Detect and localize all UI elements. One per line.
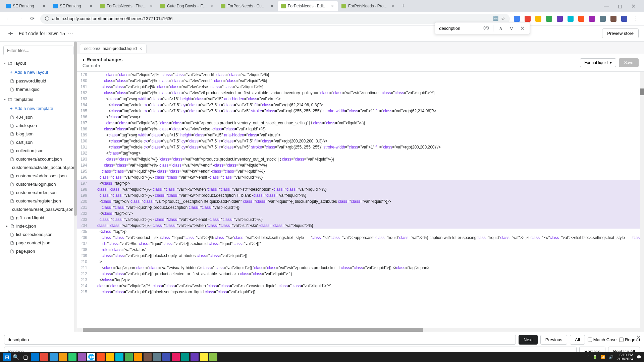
format-liquid-button[interactable]: Format liquid ▾	[580, 58, 616, 67]
code-line[interactable]: 186 </class="tag">svg>	[77, 114, 644, 120]
start-button[interactable]: ⊞	[3, 353, 11, 361]
taskbar-app[interactable]	[134, 353, 142, 361]
taskbar-app[interactable]	[59, 353, 67, 361]
code-line[interactable]: 200 <class="tag">div class="class="val">…	[77, 198, 644, 204]
tab-close-button[interactable]: ×	[330, 4, 335, 8]
taskbar-app[interactable]	[31, 353, 39, 361]
browser-tab[interactable]: SE Ranking×	[3, 1, 50, 11]
tab-close-button[interactable]: ×	[42, 4, 46, 8]
taskbar-app[interactable]	[68, 353, 76, 361]
code-line[interactable]: 192 </class="tag">svg>	[77, 150, 644, 156]
file-item[interactable]: customers/activate_account.json	[0, 163, 77, 172]
file-item[interactable]: 404.json	[0, 113, 77, 121]
translate-icon[interactable]: 🔤	[493, 16, 498, 21]
code-line[interactable]: 212 class="class="val">liquid">{{- produ…	[77, 271, 644, 277]
system-tray[interactable]: ^ 🔋 📶 🔊 6:19 PM 7/18/2024 💬	[588, 353, 641, 361]
bookmark-icon[interactable]: ☆	[501, 16, 505, 21]
wifi-icon[interactable]: 📶	[601, 355, 605, 359]
taskbar-app[interactable]	[153, 353, 161, 361]
extension-icon[interactable]	[589, 16, 595, 22]
tab-close-button[interactable]: ×	[270, 4, 274, 8]
code-line[interactable]: 183 <class="tag">svg width="class="val">…	[77, 96, 644, 102]
code-line[interactable]: 194 class="class="val">liquid">{%- class…	[77, 162, 644, 168]
file-item[interactable]: password.liquid	[0, 77, 77, 85]
find-close-button[interactable]: ✕	[519, 25, 526, 32]
more-actions-button[interactable]: ⋯	[68, 30, 74, 37]
code-line[interactable]: 189 <class="tag">svg width="class="val">…	[77, 132, 644, 138]
extension-icon[interactable]	[578, 16, 584, 22]
add-template-button[interactable]: + Add a new template	[0, 104, 77, 113]
extension-icon[interactable]	[568, 16, 574, 22]
site-info-icon[interactable]: ⓘ	[45, 16, 49, 22]
file-item[interactable]: customers/addresses.json	[0, 172, 77, 180]
code-line[interactable]: 206 class="class="val">product__skuclass…	[77, 235, 644, 241]
code-line[interactable]: 185 <class="tag">circle cx="class="val">…	[77, 108, 644, 114]
sidebar-scrollbar[interactable]	[74, 42, 77, 332]
taskbar-app[interactable]	[191, 353, 199, 361]
taskbar-app[interactable]	[181, 353, 189, 361]
code-line[interactable]: 211 <class="tag">span class="class="val"…	[77, 265, 644, 271]
code-line[interactable]: 196 class="class="val">liquid">{%- class…	[77, 174, 644, 180]
file-item[interactable]: article.json	[0, 121, 77, 130]
search-all-button[interactable]: All	[570, 335, 585, 345]
taskbar-app[interactable]	[97, 353, 105, 361]
version-dropdown[interactable]: Current ▾	[83, 63, 122, 68]
file-item[interactable]: list-collections.json	[0, 230, 77, 239]
code-line[interactable]: 201 class="class="val">liquid">{{ produc…	[77, 204, 644, 210]
tab-close-button[interactable]: ×	[209, 4, 214, 8]
search-previous-button[interactable]: Previous	[540, 335, 568, 345]
search-next-button[interactable]: Next	[519, 335, 538, 345]
extension-icon[interactable]	[535, 16, 541, 22]
code-line[interactable]: 203 class="class="val">liquid">{%- class…	[77, 217, 644, 223]
notifications-button[interactable]: 💬	[637, 355, 641, 359]
tab-close-button[interactable]: ×	[89, 4, 93, 8]
minimize-button[interactable]: —	[602, 2, 610, 10]
extension-icon[interactable]	[610, 16, 616, 22]
code-line[interactable]: 184 <class="tag">circle cx="class="val">…	[77, 102, 644, 108]
code-line[interactable]: 182 class="class="val">liquid">{%- class…	[77, 90, 644, 96]
code-line[interactable]: 195 class="class="val">liquid">{%- class…	[77, 168, 644, 174]
file-item[interactable]: customers/order.json	[0, 188, 77, 197]
code-line[interactable]: 209 class="class="val">liquid">{{ block.…	[77, 253, 644, 259]
code-line[interactable]: 215 class="class="val">liquid">{{ block.…	[77, 289, 644, 295]
code-line[interactable]: 210 >	[77, 259, 644, 265]
volume-icon[interactable]: 🔊	[609, 355, 613, 359]
task-view-button[interactable]: ▢	[21, 353, 30, 361]
code-line[interactable]: 205 <class="tag">p	[77, 229, 644, 235]
code-line[interactable]: 197 </class="tag">p>	[77, 180, 644, 186]
taskbar-app[interactable]	[125, 353, 133, 361]
extension-icon[interactable]	[546, 16, 552, 22]
taskbar-app[interactable]	[172, 353, 180, 361]
browser-tab[interactable]: Cute Dog Bowls – ForPetsNee×	[157, 1, 217, 11]
file-item[interactable]: customers/register.json	[0, 197, 77, 205]
code-line[interactable]: 214 class="class="val">liquid">{%- class…	[77, 283, 644, 289]
match-case-checkbox[interactable]: Match Case	[588, 337, 616, 342]
editor-horizontal-scrollbar[interactable]	[77, 328, 644, 332]
filter-files-input[interactable]	[3, 46, 73, 55]
reload-button[interactable]: ⟳	[28, 15, 36, 23]
extension-icon[interactable]	[514, 16, 520, 22]
file-item[interactable]: blog.json	[0, 130, 77, 138]
extension-icon[interactable]	[621, 16, 627, 22]
browser-tab[interactable]: ForPetsNeeds · Edit · Dawn 15×	[278, 1, 338, 11]
code-line[interactable]: 190 <class="tag">circle cx="class="val">…	[77, 138, 644, 144]
taskbar-app[interactable]	[78, 353, 86, 361]
extension-icon[interactable]	[525, 16, 531, 22]
taskbar-app[interactable]	[200, 353, 208, 361]
file-item[interactable]: customers/account.json	[0, 155, 77, 163]
extension-icon[interactable]	[600, 16, 606, 22]
code-line[interactable]: 198 class="class="val">liquid">{%- class…	[77, 186, 644, 192]
file-item[interactable]: cart.json	[0, 138, 77, 146]
save-button[interactable]: Save	[619, 58, 639, 67]
code-line[interactable]: 204 class="class="val">liquid">{%- class…	[77, 223, 644, 229]
code-line[interactable]: 213 </class="tag">p>	[77, 277, 644, 283]
file-item[interactable]: page.json	[0, 247, 77, 255]
browser-tab[interactable]: ForPetsNeeds · Products · Cute×	[338, 1, 398, 11]
browser-tab[interactable]: ForPetsNeeds · Customize Daw×	[217, 1, 278, 11]
file-item[interactable]: page.contact.json	[0, 239, 77, 247]
file-item[interactable]: collection.json	[0, 146, 77, 155]
code-editor[interactable]: 179 class="class="val">liquid">{%- class…	[77, 72, 644, 328]
code-line[interactable]: 180 class="class="val">liquid">{%- class…	[77, 78, 644, 84]
forward-button[interactable]: →	[16, 15, 24, 23]
add-layout-button[interactable]: + Add a new layout	[0, 68, 77, 77]
